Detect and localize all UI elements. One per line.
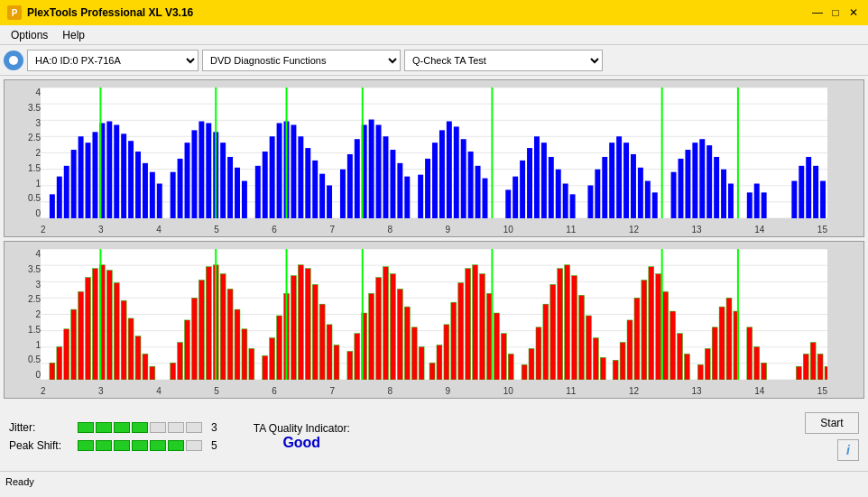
svg-rect-108 [806, 157, 811, 218]
svg-rect-156 [312, 284, 318, 380]
start-button[interactable]: Start [805, 412, 859, 434]
svg-rect-66 [454, 126, 459, 218]
peakshift-seg-6 [168, 440, 184, 451]
jitter-seg-4 [132, 422, 148, 433]
svg-rect-44 [298, 136, 303, 218]
ta-quality-value: Good [282, 435, 320, 451]
svg-rect-175 [444, 325, 449, 380]
svg-rect-158 [327, 325, 332, 380]
svg-rect-145 [235, 309, 240, 380]
svg-rect-82 [587, 186, 593, 218]
top-chart-x-axis: 2 3 4 5 6 7 8 9 10 11 12 13 14 15 [41, 225, 827, 235]
svg-rect-45 [305, 148, 310, 218]
svg-rect-200 [627, 320, 633, 380]
svg-rect-186 [522, 364, 527, 380]
jitter-seg-7 [186, 422, 202, 433]
svg-rect-102 [747, 192, 753, 218]
svg-rect-157 [319, 304, 325, 380]
svg-rect-140 [199, 281, 204, 380]
svg-rect-129 [114, 282, 119, 380]
drive-select[interactable]: HA:0 ID:0 PX-716A [27, 50, 199, 71]
title-bar: P PlexTools Professional XL V3.16 — □ ✕ [0, 0, 868, 25]
svg-rect-213 [719, 307, 725, 380]
svg-rect-80 [570, 194, 576, 218]
top-chart-inner [41, 87, 827, 218]
svg-rect-201 [634, 298, 640, 380]
svg-rect-214 [726, 298, 732, 380]
test-select[interactable]: Q-Check TA Test [404, 50, 603, 71]
svg-rect-149 [263, 355, 268, 380]
minimize-button[interactable]: — [810, 5, 825, 20]
svg-rect-95 [692, 143, 697, 218]
svg-rect-136 [171, 363, 176, 380]
info-button[interactable]: i [837, 439, 859, 461]
svg-rect-93 [679, 159, 684, 218]
svg-rect-131 [128, 318, 134, 380]
app-title: PlexTools Professional XL V3.16 [27, 6, 193, 19]
svg-rect-137 [178, 343, 183, 380]
function-select[interactable]: DVD Diagnostic Functions [202, 50, 401, 71]
svg-rect-51 [347, 154, 353, 218]
svg-rect-70 [483, 179, 488, 218]
svg-rect-97 [706, 145, 712, 218]
svg-rect-208 [684, 354, 689, 380]
svg-rect-17 [106, 121, 112, 218]
svg-rect-144 [227, 289, 233, 380]
top-chart-y-axis: 4 3.5 3 2.5 2 1.5 1 0.5 0 [8, 87, 41, 218]
svg-rect-187 [529, 348, 534, 380]
jitter-label: Jitter: [9, 421, 72, 434]
svg-rect-54 [369, 120, 374, 218]
svg-rect-10 [57, 177, 62, 218]
bottom-panel: Jitter: 3 Peak Shift: [0, 402, 868, 471]
svg-rect-50 [340, 170, 346, 218]
svg-rect-67 [461, 139, 466, 218]
svg-rect-134 [150, 366, 155, 380]
window-controls[interactable]: — □ ✕ [810, 5, 861, 20]
svg-rect-162 [355, 334, 360, 380]
svg-rect-11 [64, 166, 69, 218]
svg-rect-210 [697, 364, 703, 380]
svg-rect-191 [558, 269, 563, 380]
svg-rect-206 [670, 311, 676, 380]
app-icon: P [7, 5, 22, 20]
svg-rect-87 [623, 143, 629, 218]
svg-rect-218 [754, 347, 760, 380]
peakshift-value: 5 [211, 439, 217, 452]
menu-options[interactable]: Options [4, 27, 55, 43]
svg-rect-205 [663, 291, 669, 380]
svg-rect-147 [249, 348, 254, 380]
svg-rect-92 [671, 172, 677, 218]
svg-rect-56 [383, 136, 389, 218]
svg-rect-84 [602, 157, 607, 218]
svg-rect-85 [609, 143, 614, 218]
svg-rect-173 [429, 363, 435, 380]
bottom-chart-y-axis: 4 3.5 3 2.5 2 1.5 1 0.5 0 [8, 249, 41, 380]
drive-icon-inner [9, 56, 18, 65]
svg-rect-170 [411, 327, 417, 380]
svg-rect-155 [305, 269, 310, 380]
svg-rect-28 [185, 143, 190, 218]
peakshift-seg-4 [132, 440, 148, 451]
svg-rect-166 [383, 267, 389, 380]
svg-rect-77 [549, 157, 554, 218]
svg-rect-123 [71, 309, 77, 380]
svg-rect-55 [376, 124, 382, 218]
maximize-button[interactable]: □ [828, 5, 843, 20]
svg-rect-21 [135, 152, 141, 218]
svg-rect-188 [536, 327, 541, 380]
svg-rect-217 [747, 327, 753, 380]
svg-rect-159 [334, 345, 339, 380]
close-button[interactable]: ✕ [846, 5, 861, 20]
svg-rect-167 [390, 274, 395, 380]
svg-rect-20 [128, 141, 134, 218]
menu-help[interactable]: Help [55, 27, 92, 43]
top-chart-panel: 4 3.5 3 2.5 2 1.5 1 0.5 0 [4, 79, 864, 237]
svg-rect-31 [206, 123, 211, 218]
svg-rect-212 [712, 327, 717, 380]
svg-rect-90 [645, 181, 651, 218]
peakshift-seg-3 [114, 440, 130, 451]
svg-rect-40 [270, 136, 275, 218]
svg-rect-72 [512, 177, 518, 218]
jitter-row: Jitter: 3 [9, 421, 217, 434]
bottom-chart-inner [41, 249, 827, 380]
